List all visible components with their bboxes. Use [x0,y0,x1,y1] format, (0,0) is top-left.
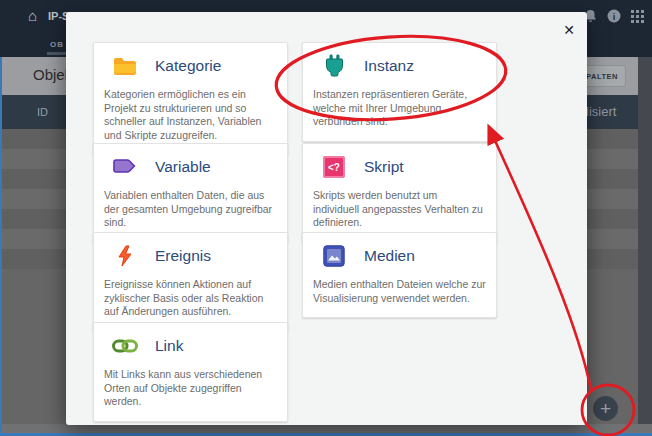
card-description: Kategorien ermöglichen es ein Projekt zu… [104,88,277,142]
svg-text:i: i [613,12,616,22]
close-icon[interactable]: ✕ [558,19,580,41]
scrollbar-track[interactable] [638,57,652,424]
card-kategorie[interactable]: Kategorie Kategorien ermöglichen es ein … [93,42,288,155]
lightning-icon [112,244,138,268]
window-edge-left [0,57,2,436]
card-title: Ereignis [155,247,211,265]
add-object-button[interactable]: + [593,396,618,421]
card-description: Instanzen repräsentieren Geräte, welche … [313,88,486,129]
card-medien[interactable]: Medien Medien enthalten Dateien welche z… [302,232,497,318]
grid-icon[interactable] [631,10,644,23]
folder-icon [112,54,138,78]
card-description: Medien enthalten Dateien welche zur Visu… [313,278,486,305]
add-object-dialog: ✕ Kategorie Kategorien ermöglichen es ei… [66,12,587,425]
card-title: Kategorie [155,57,221,75]
card-title: Instanz [364,57,414,75]
plug-icon [321,54,347,78]
tag-icon [112,155,138,179]
card-title: Link [155,337,183,355]
code-icon: <? [321,155,347,179]
card-title: Skript [364,158,404,176]
link-icon [112,334,138,358]
column-id[interactable]: ID [37,106,48,118]
card-variable[interactable]: Variable Variablen enthalten Daten, die … [93,143,288,243]
card-description: Variablen enthalten Daten, die aus der g… [104,189,277,230]
active-tab-indicator [47,52,67,55]
card-description: Mit Links kann aus verschiedenen Orten a… [104,368,277,409]
card-description: Ereignisse können Aktionen auf zyklische… [104,278,277,319]
image-icon [321,244,347,268]
card-instanz[interactable]: Instanz Instanzen repräsentieren Geräte,… [302,42,497,142]
card-description: Skripts werden benutzt um individuell an… [313,189,486,230]
info-icon[interactable]: i [607,9,621,23]
home-icon[interactable]: ⌂ [28,8,37,23]
card-ereignis[interactable]: Ereignis Ereignisse können Aktionen auf … [93,232,288,332]
card-link[interactable]: Link Mit Links kann aus verschiedenen Or… [93,322,288,422]
status-bar [0,424,652,433]
card-title: Variable [155,158,211,176]
screen: ⌂ IP-Symc i OB Objek [0,0,652,436]
column-visualisiert[interactable]: lisiert [586,104,616,119]
card-title: Medien [364,247,415,265]
tab-objektbaum[interactable]: OB [50,40,64,49]
card-skript[interactable]: <? Skript Skripts werden benutzt um indi… [302,143,497,243]
